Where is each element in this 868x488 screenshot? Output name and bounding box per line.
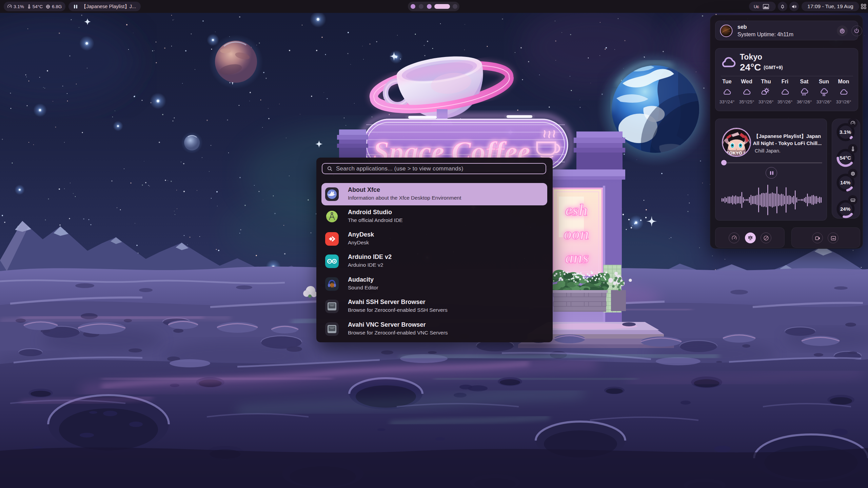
svg-text:ans: ans [565,248,589,266]
svg-text:esh: esh [565,201,588,219]
svg-text:3.1%: 3.1% [840,129,851,135]
svg-text:54°C: 54°C [840,155,851,161]
svg-text:oon: oon [564,225,589,243]
svg-text:24%: 24% [840,206,850,212]
svg-text:14%: 14% [840,180,850,185]
